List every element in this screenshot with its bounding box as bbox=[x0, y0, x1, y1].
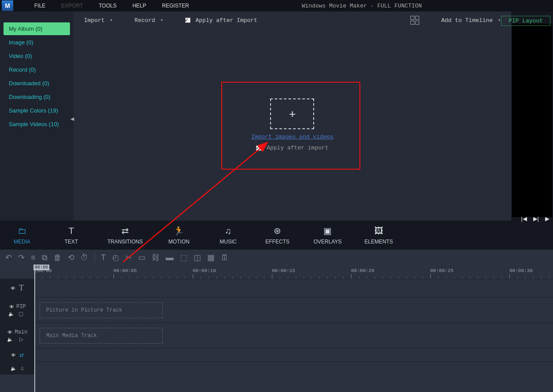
tab-music[interactable]: ♫ MUSIC bbox=[215, 225, 242, 245]
pip-layout-button[interactable]: PIP Layout bbox=[501, 16, 550, 26]
sidebar-item-video[interactable]: Video (0) bbox=[4, 50, 70, 62]
delete-icon[interactable]: 🗑 bbox=[54, 253, 62, 262]
track-main: Main▷ Main Media Track bbox=[0, 323, 553, 348]
sidebar-item-image[interactable]: Image (0) bbox=[4, 36, 70, 49]
tab-motion[interactable]: 🏃 MOTION bbox=[166, 225, 192, 245]
audio-track-icon: ♫ bbox=[20, 365, 24, 371]
cut-icon[interactable]: ✂ bbox=[125, 253, 132, 262]
tab-label: MOTION bbox=[168, 239, 190, 245]
motion-icon: 🏃 bbox=[173, 225, 184, 236]
sidebar-item-sample-colors[interactable]: Sample Colors (19) bbox=[4, 104, 70, 117]
timeline-ruler[interactable]: |00:0000:00:0500:00:1000:00:1500:00:2000… bbox=[34, 265, 553, 279]
screen-icon[interactable]: ▬ bbox=[166, 253, 174, 262]
settings-icon[interactable]: ≡ bbox=[31, 253, 36, 262]
tab-label: MEDIA bbox=[14, 239, 30, 245]
main-track-slot[interactable]: Main Media Track bbox=[40, 328, 163, 344]
ruler-tick-label: 00:00:25 bbox=[430, 268, 454, 273]
drop-apply-checkbox[interactable]: Apply after import bbox=[256, 145, 328, 151]
overlays-icon: ▣ bbox=[323, 225, 332, 236]
crop-icon[interactable]: ⬚ bbox=[180, 253, 187, 262]
grid-view-icon[interactable] bbox=[410, 16, 419, 25]
calendar-icon[interactable]: 🗓 bbox=[221, 253, 229, 262]
ruler-tick-label: 00:00:30 bbox=[509, 268, 533, 273]
main-label: Main bbox=[15, 329, 28, 335]
mute-icon[interactable] bbox=[11, 365, 17, 371]
crop-tool-icon[interactable]: ▭ bbox=[138, 253, 146, 262]
visibility-icon[interactable] bbox=[11, 285, 15, 291]
track-audio: ♫ bbox=[0, 361, 553, 374]
media-panel: Import Record Apply after Import Add to … bbox=[73, 11, 511, 221]
record-dropdown[interactable]: Record bbox=[135, 17, 163, 24]
menu-help[interactable]: HELP bbox=[125, 3, 154, 9]
pip-icon[interactable]: ◫ bbox=[194, 253, 201, 262]
rotate-icon[interactable]: ⟲ bbox=[68, 253, 74, 262]
import-link[interactable]: Import images and videos bbox=[251, 134, 333, 140]
tab-transitions[interactable]: ⇄ TRANSITIONS bbox=[107, 225, 143, 245]
preview-next-button[interactable]: ▶| bbox=[533, 215, 539, 222]
tab-label: TEXT bbox=[65, 239, 78, 245]
track-main-head[interactable]: Main▷ bbox=[0, 323, 34, 348]
copy-icon[interactable]: ⧉ bbox=[42, 253, 48, 262]
menu-register[interactable]: REGISTER bbox=[154, 3, 197, 9]
grid-tool-icon[interactable]: ▦ bbox=[207, 253, 215, 262]
effects-icon: ⊛ bbox=[274, 225, 281, 236]
link-track-icon: ⇄ bbox=[19, 352, 24, 358]
track-link-head[interactable]: ⇄ bbox=[0, 348, 34, 361]
checkbox-icon bbox=[256, 145, 261, 151]
tab-effects[interactable]: ⊛ EFFECTS bbox=[264, 225, 291, 245]
pip-track-slot[interactable]: Picture in Picture Track bbox=[40, 302, 163, 318]
import-drop-area[interactable]: + Import images and videos Apply after i… bbox=[73, 29, 511, 221]
mute-icon[interactable] bbox=[8, 311, 15, 317]
sidebar-item-downloaded[interactable]: Downloaded (0) bbox=[4, 77, 70, 90]
tab-label: TRANSITIONS bbox=[107, 239, 143, 245]
preview-prev-button[interactable]: |◀ bbox=[521, 215, 527, 222]
tab-media[interactable]: 🗀 MEDIA bbox=[9, 225, 35, 245]
module-tabs: 🗀 MEDIA T TEXT ⇄ TRANSITIONS 🏃 MOTION ♫ … bbox=[0, 221, 553, 250]
tab-label: EFFECTS bbox=[265, 239, 289, 245]
preview-play-button[interactable]: ▶ bbox=[545, 215, 549, 222]
clock-icon[interactable]: ◴ bbox=[112, 253, 119, 262]
sidebar-item-downloading[interactable]: Downloading (0) bbox=[4, 91, 70, 103]
folder-icon: 🗀 bbox=[18, 225, 26, 236]
ruler-tick-label: 00:00:10 bbox=[193, 268, 216, 273]
redo-icon[interactable]: ↷ bbox=[18, 253, 25, 262]
track-audio-head[interactable]: ♫ bbox=[0, 362, 34, 374]
tab-overlays[interactable]: ▣ OVERLAYS bbox=[314, 225, 342, 245]
text-track-icon: T bbox=[19, 283, 24, 293]
visibility-icon[interactable] bbox=[7, 329, 12, 335]
track-text-head[interactable]: T bbox=[0, 279, 34, 297]
timeline: |00:0000:00:0500:00:1000:00:1500:00:2000… bbox=[0, 265, 553, 392]
speed-icon[interactable]: ⏱ bbox=[81, 253, 88, 262]
mute-icon[interactable] bbox=[7, 336, 13, 342]
track-pip-head[interactable]: PIP▢ bbox=[0, 298, 34, 323]
menu-file[interactable]: FILE bbox=[26, 3, 53, 9]
sidebar-item-sample-videos[interactable]: Sample Videos (10) bbox=[4, 118, 70, 131]
drop-box[interactable]: + bbox=[270, 98, 314, 129]
menu-bar: M FILE EXPORT TOOLS HELP REGISTER Window… bbox=[0, 0, 553, 11]
add-to-timeline-dropdown[interactable]: Add to Timeline bbox=[441, 17, 501, 24]
tracks-area: T PIP▢ Picture in Picture Track Main▷ Ma… bbox=[0, 279, 553, 392]
visibility-icon[interactable] bbox=[9, 304, 14, 310]
menu-export[interactable]: EXPORT bbox=[53, 3, 91, 9]
import-dropdown[interactable]: Import bbox=[84, 17, 113, 24]
playhead[interactable] bbox=[34, 265, 35, 392]
track-text: T bbox=[0, 279, 553, 297]
album-sidebar: My Album (0) Image (0) Video (0) Record … bbox=[0, 11, 73, 221]
ruler-tick-label: 00:00:05 bbox=[114, 268, 137, 273]
pip-label: PIP bbox=[16, 304, 26, 310]
stabilize-icon[interactable]: ⛓ bbox=[152, 253, 160, 262]
tab-elements[interactable]: 🖼 ELEMENTS bbox=[364, 225, 393, 245]
menu-tools[interactable]: TOOLS bbox=[91, 3, 124, 9]
undo-icon[interactable]: ↶ bbox=[5, 253, 12, 262]
apply-after-import-label: Apply after Import bbox=[196, 17, 257, 24]
sidebar-item-record[interactable]: Record (0) bbox=[4, 63, 70, 76]
pip-track-icon: ▢ bbox=[18, 311, 23, 317]
main-track-icon: ▷ bbox=[19, 336, 23, 342]
text-tool-icon[interactable]: T bbox=[101, 253, 106, 262]
sidebar-item-my-album[interactable]: My Album (0) bbox=[4, 22, 70, 35]
apply-after-import-checkbox[interactable]: Apply after Import bbox=[185, 17, 257, 24]
tab-label: ELEMENTS bbox=[364, 239, 393, 245]
visibility-icon[interactable] bbox=[11, 352, 16, 358]
preview-video-area bbox=[512, 24, 552, 217]
tab-text[interactable]: T TEXT bbox=[58, 225, 84, 245]
